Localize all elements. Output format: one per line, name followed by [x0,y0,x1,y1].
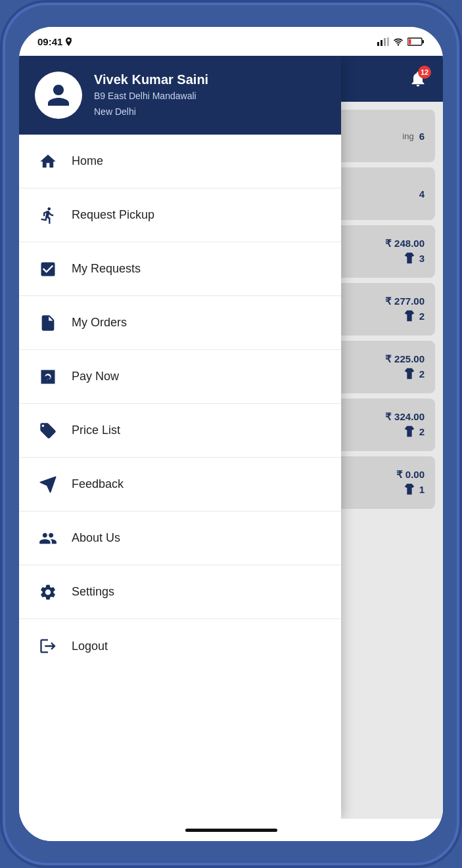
svg-rect-1 [377,42,379,46]
time-display: 09:41 [37,36,62,47]
location-icon [65,37,72,46]
tshirt-icon-5 [402,366,417,381]
tshirt-icon-6 [402,424,417,439]
menu-item-about-us[interactable]: About Us [19,511,341,565]
content-area: 12 ing 6 4 ₹ 248.00 [19,56,443,819]
status-icons [377,37,425,46]
orders-icon [37,313,58,334]
menu-label-price-list: Price List [72,423,120,437]
menu-label-my-orders: My Orders [72,316,127,330]
tshirt-icon-7 [402,482,417,496]
menu-item-request-pickup[interactable]: Request Pickup [19,188,341,242]
notification-badge: 12 [418,66,431,79]
menu-item-settings[interactable]: Settings [19,565,341,619]
user-info: Vivek Kumar Saini B9 East Delhi Mandawal… [94,72,208,118]
home-indicator [19,819,443,841]
menu-label-home: Home [72,154,103,168]
battery-icon [407,37,425,46]
tshirt-icon-4 [402,309,417,323]
home-bar [185,829,277,832]
menu-item-feedback[interactable]: Feedback [19,458,341,511]
notification-bell[interactable]: 12 [404,64,432,93]
menu-item-logout[interactable]: Logout [19,619,341,673]
tshirt-icon-3 [402,251,417,265]
avatar [35,72,82,119]
menu-item-home[interactable]: Home [19,135,341,188]
logout-icon [37,636,58,657]
price-icon [37,420,58,441]
drawer-header: Vivek Kumar Saini B9 East Delhi Mandawal… [19,56,341,135]
menu-label-settings: Settings [72,585,114,599]
svg-rect-7 [409,39,411,44]
menu-item-my-orders[interactable]: My Orders [19,296,341,350]
signal-icon [377,37,389,46]
svg-rect-4 [387,37,389,46]
menu-label-request-pickup: Request Pickup [72,208,154,222]
svg-rect-6 [423,40,425,43]
wifi-icon [393,37,404,46]
phone-screen: 09:41 [19,27,443,841]
svg-rect-3 [384,38,386,46]
menu-label-my-requests: My Requests [72,262,141,276]
pay-icon [37,366,58,387]
user-address-line2: New Delhi [94,106,208,119]
menu-item-my-requests[interactable]: My Requests [19,242,341,296]
feedback-icon [37,474,58,495]
navigation-drawer: Vivek Kumar Saini B9 East Delhi Mandawal… [19,56,341,819]
phone-frame: 09:41 [0,0,462,868]
menu-label-feedback: Feedback [72,477,124,491]
settings-icon [37,582,58,603]
user-avatar-icon [45,82,72,108]
about-icon [37,528,58,549]
user-address-line1: B9 East Delhi Mandawali [94,90,208,103]
requests-icon [37,259,58,280]
menu-item-pay-now[interactable]: Pay Now [19,350,341,404]
svg-rect-2 [381,40,382,46]
user-name: Vivek Kumar Saini [94,72,208,87]
menu-label-pay-now: Pay Now [72,370,119,383]
menu-label-logout: Logout [72,640,108,653]
status-bar: 09:41 [19,27,443,56]
status-time: 09:41 [37,36,72,47]
pickup-icon [37,205,58,226]
menu-item-price-list[interactable]: Price List [19,404,341,458]
menu-label-about-us: About Us [72,531,120,545]
home-icon [37,151,58,172]
menu-list: Home Request Pickup My Req [19,135,341,819]
